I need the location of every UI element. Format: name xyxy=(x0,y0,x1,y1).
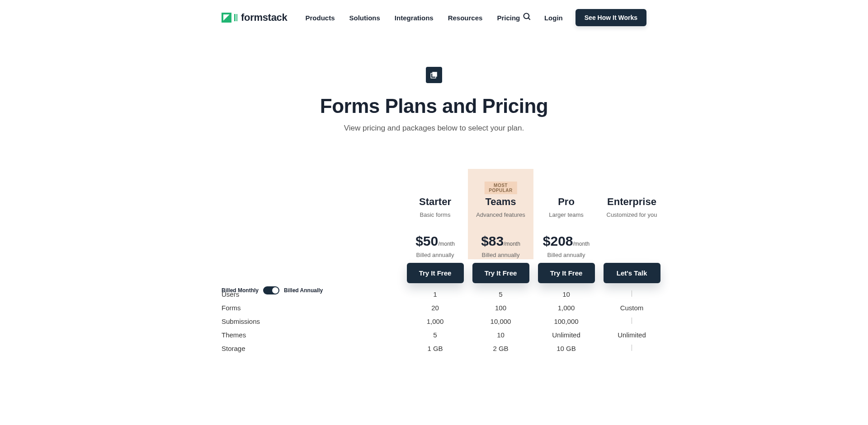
plan-desc: Basic forms xyxy=(402,211,468,218)
feature-value xyxy=(599,287,665,300)
svg-line-1 xyxy=(528,18,530,20)
plan-price-suffix: /month xyxy=(438,241,455,247)
try-it-free-teams-button[interactable]: Try It Free xyxy=(472,263,529,283)
feature-value: 1 GB xyxy=(402,341,468,355)
plan-billing: Billed annually xyxy=(402,252,468,258)
plan-price: $208 xyxy=(543,234,573,249)
dash-icon xyxy=(632,318,632,324)
feature-label: Forms xyxy=(222,300,402,314)
try-it-free-pro-button[interactable]: Try It Free xyxy=(538,263,595,283)
search-icon[interactable] xyxy=(523,12,532,23)
plan-price-suffix: /month xyxy=(504,241,520,247)
brand-name: formstack xyxy=(241,12,287,23)
nav-products[interactable]: Products xyxy=(305,14,335,22)
svg-rect-3 xyxy=(432,72,437,77)
nav-integrations[interactable]: Integrations xyxy=(395,14,434,22)
feature-value: 1 xyxy=(402,287,468,300)
feature-value: 10 xyxy=(468,327,533,341)
plan-billing: Billed annually xyxy=(533,252,599,258)
plan-name: Teams xyxy=(468,196,533,208)
site-header: formstack Products Solutions Integration… xyxy=(222,0,646,35)
feature-value: 1,000 xyxy=(533,300,599,314)
brand-logo[interactable]: formstack xyxy=(222,12,287,23)
plan-name: Enterprise xyxy=(599,196,665,208)
feature-value: 10 GB xyxy=(533,341,599,355)
dash-icon xyxy=(632,345,632,351)
billing-toggle: Billed Monthly Billed Annually xyxy=(222,286,323,294)
feature-value xyxy=(599,341,665,355)
feature-value: 10 xyxy=(533,287,599,300)
plan-name: Pro xyxy=(533,196,599,208)
lets-talk-enterprise-button[interactable]: Let's Talk xyxy=(604,263,660,283)
feature-label: Submissions xyxy=(222,314,402,327)
feature-value: 20 xyxy=(402,300,468,314)
plan-name: Starter xyxy=(402,196,468,208)
feature-label: Themes xyxy=(222,327,402,341)
login-link[interactable]: Login xyxy=(544,14,563,22)
plan-desc: Advanced features xyxy=(468,211,533,218)
billed-monthly-label: Billed Monthly xyxy=(222,287,259,294)
plan-header-pro: Pro Larger teams $208/month Billed annua… xyxy=(533,169,599,259)
logo-mark-icon xyxy=(222,13,231,23)
pricing-table: Starter Basic forms $50/month Billed ann… xyxy=(222,169,646,355)
logo-bars-icon xyxy=(234,14,237,21)
billed-annually-label: Billed Annually xyxy=(284,287,323,294)
nav-solutions[interactable]: Solutions xyxy=(349,14,380,22)
feature-value: Custom xyxy=(599,300,665,314)
try-it-free-starter-button[interactable]: Try It Free xyxy=(407,263,464,283)
feature-value: 5 xyxy=(468,287,533,300)
feature-value: Unlimited xyxy=(533,327,599,341)
plan-desc: Larger teams xyxy=(533,211,599,218)
plan-header-starter: Starter Basic forms $50/month Billed ann… xyxy=(402,169,468,259)
plan-price: $83 xyxy=(481,234,504,249)
feature-value: 5 xyxy=(402,327,468,341)
feature-value: 2 GB xyxy=(468,341,533,355)
plan-billing: Billed annually xyxy=(468,252,533,258)
feature-label: Storage xyxy=(222,341,402,355)
billing-toggle-switch[interactable] xyxy=(263,286,279,294)
see-how-it-works-button[interactable]: See How It Works xyxy=(576,9,646,26)
plan-header-teams: MOST POPULAR Teams Advanced features $83… xyxy=(468,169,533,259)
plan-header-enterprise: Enterprise Customized for you xyxy=(599,169,665,259)
hero: Forms Plans and Pricing View pricing and… xyxy=(222,35,646,146)
popular-badge: MOST POPULAR xyxy=(484,182,517,194)
feature-value: 10,000 xyxy=(468,314,533,327)
main-nav: Products Solutions Integrations Resource… xyxy=(305,14,520,22)
plan-price-suffix: /month xyxy=(573,241,590,247)
feature-value: Unlimited xyxy=(599,327,665,341)
svg-point-0 xyxy=(524,14,529,19)
page-title: Forms Plans and Pricing xyxy=(222,95,646,117)
feature-value xyxy=(599,314,665,327)
nav-resources[interactable]: Resources xyxy=(448,14,483,22)
page-subtitle: View pricing and packages below to selec… xyxy=(222,124,646,133)
plan-price: $50 xyxy=(415,234,438,249)
dash-icon xyxy=(632,290,632,297)
feature-value: 1,000 xyxy=(402,314,468,327)
forms-icon xyxy=(426,67,442,83)
plan-desc: Customized for you xyxy=(599,211,665,218)
nav-pricing[interactable]: Pricing xyxy=(497,14,520,22)
feature-value: 100 xyxy=(468,300,533,314)
feature-value: 100,000 xyxy=(533,314,599,327)
